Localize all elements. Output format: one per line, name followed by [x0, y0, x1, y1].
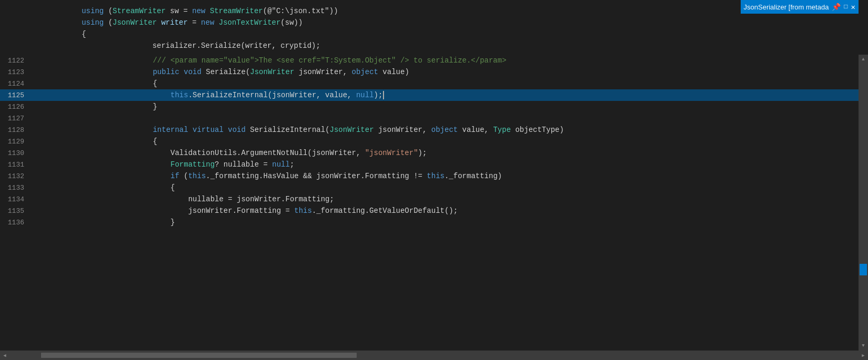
- top-code-line-2: using (JsonWriter writer = new JsonTextW…: [0, 17, 868, 28]
- type-jsontextwriter: JsonTextWriter: [219, 18, 281, 27]
- top-code-line-4: serializer.Serialize(writer, cryptid);: [0, 40, 868, 52]
- line-number-1126: 1126: [0, 103, 32, 111]
- type-jsonwriter-param: JsonWriter: [250, 68, 294, 76]
- keyword-this-3: this: [427, 172, 445, 180]
- var-writer: writer: [161, 18, 187, 27]
- line-number-1133: 1133: [0, 184, 32, 192]
- scroll-track: [859, 64, 868, 341]
- line-number-1132: 1132: [0, 172, 32, 180]
- main-editor: 1122 /// <param name="value">The <see cr…: [0, 55, 868, 360]
- table-row: 1126 }: [0, 101, 859, 112]
- maximize-icon[interactable]: □: [844, 3, 847, 11]
- scroll-thumb[interactable]: [860, 264, 867, 275]
- keyword-this-1: this: [170, 91, 188, 99]
- line-number-1123: 1123: [0, 68, 32, 76]
- scroll-down-arrow[interactable]: ▼: [859, 341, 868, 351]
- keyword-new-2: new: [201, 18, 214, 27]
- editor-container: using (StreamWriter sw = new StreamWrite…: [0, 0, 868, 360]
- editor-body: 1122 /// <param name="value">The <see cr…: [0, 55, 868, 351]
- metadata-title: JsonSerializer [from metada: [744, 3, 829, 11]
- keyword-internal: internal: [153, 126, 188, 134]
- line-code-1136[interactable]: }: [34, 205, 175, 240]
- h-scroll-thumb[interactable]: [41, 353, 357, 358]
- keyword-void-1: void: [184, 68, 201, 76]
- top-code-section: using (StreamWriter sw = new StreamWrite…: [0, 0, 868, 55]
- scroll-left-arrow[interactable]: ◀: [0, 351, 9, 360]
- type-jsonwriter: JsonWriter: [113, 18, 157, 27]
- line-number-1125: 1125: [0, 91, 32, 99]
- string-jsonwriter: "jsonWriter": [365, 149, 418, 157]
- keyword-object-2: object: [431, 126, 458, 134]
- line-number-1136: 1136: [0, 219, 32, 227]
- type-jsonwriter-2: JsonWriter: [330, 126, 374, 134]
- line-number-1135: 1135: [0, 207, 32, 215]
- line-number-1124: 1124: [0, 80, 32, 88]
- keyword-this-4: this: [294, 207, 312, 215]
- scroll-up-arrow[interactable]: ▲: [859, 55, 868, 64]
- lines-table: 1122 /// <param name="value">The <see cr…: [0, 55, 859, 228]
- line-number-1128: 1128: [0, 126, 32, 134]
- type-type: Type: [493, 126, 511, 134]
- vertical-scrollbar[interactable]: ▲ ▼: [859, 55, 868, 351]
- keyword-virtual: virtual: [193, 126, 224, 134]
- keyword-this-2: this: [188, 172, 206, 180]
- line-number-1131: 1131: [0, 161, 32, 169]
- text-cursor: [383, 91, 384, 99]
- horizontal-scrollbar[interactable]: ◀ ▶: [0, 351, 868, 360]
- line-number-1130: 1130: [0, 149, 32, 157]
- line-number-1134: 1134: [0, 196, 32, 203]
- keyword-void-2: void: [228, 126, 246, 134]
- metadata-panel-header: JsonSerializer [from metada 📌 □ ✕: [741, 0, 859, 14]
- keyword-object: object: [352, 68, 378, 76]
- line-number-1127: 1127: [0, 115, 32, 122]
- code-lines-area: 1122 /// <param name="value">The <see cr…: [0, 55, 859, 351]
- pin-icon[interactable]: 📌: [832, 3, 841, 12]
- keyword-null-1: null: [356, 91, 374, 99]
- close-icon[interactable]: ✕: [851, 3, 855, 12]
- line-number-1122: 1122: [0, 57, 32, 65]
- scroll-right-arrow[interactable]: ▶: [859, 351, 868, 360]
- line-number-1129: 1129: [0, 138, 32, 146]
- h-scroll-track: [9, 351, 859, 360]
